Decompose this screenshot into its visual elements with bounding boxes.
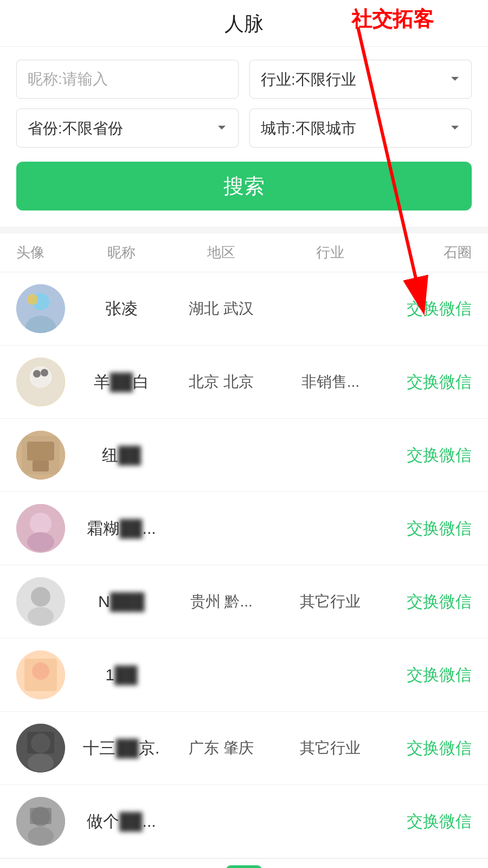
col-header-avatar: 头像 — [16, 243, 76, 262]
user-name: 1██ — [76, 666, 167, 684]
user-name: 十三██京. — [76, 737, 167, 760]
svg-point-15 — [27, 532, 54, 552]
table-row: 霜糊██... 交换微信 — [0, 492, 488, 565]
svg-point-3 — [27, 294, 38, 305]
user-name: 做个██... — [76, 810, 167, 833]
svg-point-28 — [28, 827, 54, 845]
avatar — [16, 650, 65, 699]
user-name: 羊██白 — [76, 371, 167, 393]
annotation-label: 社交拓客 — [351, 5, 434, 33]
page-header: 人脉 社交拓客 — [0, 0, 488, 47]
user-industry: 其它行业 — [276, 591, 385, 612]
user-name: 霜糊██... — [76, 518, 167, 540]
table-header: 头像 昵称 地区 行业 石圈 — [0, 233, 488, 272]
user-region: 湖北 武汉 — [167, 298, 276, 319]
exchange-wechat-button[interactable]: 交换微信 — [385, 737, 472, 760]
col-header-industry: 行业 — [276, 243, 385, 262]
svg-point-7 — [33, 370, 41, 378]
svg-point-24 — [28, 754, 54, 772]
user-industry: 其它行业 — [276, 738, 385, 758]
svg-point-8 — [41, 369, 48, 376]
col-header-region: 地区 — [167, 243, 276, 262]
avatar — [16, 577, 65, 626]
avatar — [16, 431, 65, 480]
exchange-wechat-button[interactable]: 交换微信 — [385, 298, 472, 320]
exchange-wechat-button[interactable]: 交换微信 — [385, 664, 472, 686]
svg-rect-25 — [27, 732, 54, 754]
avatar — [16, 504, 65, 553]
nickname-input[interactable] — [16, 60, 239, 99]
svg-point-6 — [31, 366, 50, 388]
avatar — [16, 724, 65, 773]
exchange-wechat-button[interactable]: 交换微信 — [385, 810, 472, 833]
table-row: 做个██... 交换微信 — [0, 785, 488, 858]
search-row-1: 行业:不限行业 — [16, 60, 472, 99]
province-select[interactable]: 省份:不限省份 — [16, 108, 239, 148]
search-button[interactable]: 搜索 — [16, 162, 472, 210]
table-row: 羊██白 北京 北京 非销售... 交换微信 — [0, 346, 488, 419]
avatar — [16, 358, 65, 406]
bottom-nav: 消息 人脉 我的 — [0, 858, 488, 868]
exchange-wechat-button[interactable]: 交换微信 — [385, 518, 472, 540]
industry-select[interactable]: 行业:不限行业 — [249, 60, 472, 99]
table-row: 十三██京. 广东 肇庆 其它行业 交换微信 — [0, 712, 488, 785]
exchange-wechat-button[interactable]: 交换微信 — [385, 371, 472, 393]
search-row-2: 省份:不限省份 城市:不限城市 — [16, 108, 472, 148]
city-select[interactable]: 城市:不限城市 — [249, 108, 472, 148]
col-header-name: 昵称 — [76, 243, 167, 262]
avatar — [16, 284, 65, 333]
svg-point-14 — [30, 513, 52, 534]
svg-point-21 — [32, 662, 49, 680]
user-region: 北京 北京 — [167, 372, 276, 392]
svg-rect-12 — [33, 461, 49, 471]
exchange-wechat-button[interactable]: 交换微信 — [385, 591, 472, 613]
search-area: 行业:不限行业 省份:不限省份 城市:不限城市 搜索 — [0, 47, 488, 227]
user-industry: 非销售... — [276, 372, 385, 392]
svg-point-17 — [31, 587, 50, 607]
user-name: N███ — [76, 592, 167, 611]
user-name: 张凌 — [76, 298, 167, 320]
user-name: 纽██ — [76, 444, 167, 467]
page-title: 人脉 — [224, 12, 264, 35]
svg-rect-29 — [30, 808, 52, 824]
svg-rect-11 — [27, 442, 54, 461]
table-row: N███ 贵州 黔... 其它行业 交换微信 — [0, 565, 488, 639]
avatar — [16, 797, 65, 846]
exchange-wechat-button[interactable]: 交换微信 — [385, 444, 472, 467]
col-header-action: 石圈 — [385, 243, 472, 262]
user-list: 张凌 湖北 武汉 交换微信 羊██白 北京 北京 非销售... 交换微信 — [0, 272, 488, 858]
table-row: 纽██ 交换微信 — [0, 419, 488, 492]
svg-point-18 — [28, 607, 54, 626]
table-row: 张凌 湖北 武汉 交换微信 — [0, 272, 488, 346]
user-region: 广东 肇庆 — [167, 738, 276, 758]
table-row: 1██ 交换微信 — [0, 639, 488, 712]
user-region: 贵州 黔... — [167, 591, 276, 612]
